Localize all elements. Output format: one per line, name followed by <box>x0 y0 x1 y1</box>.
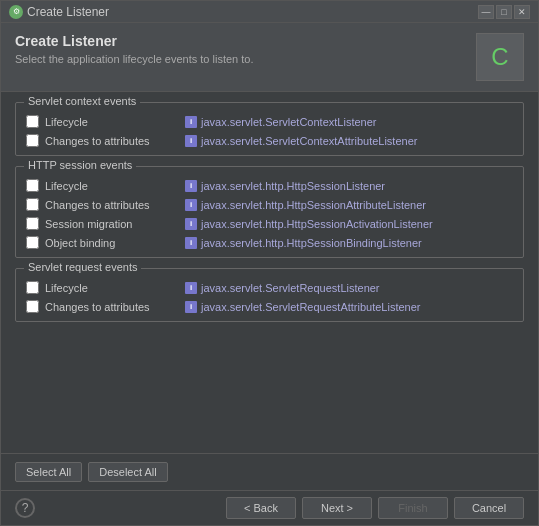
finish-button[interactable]: Finish <box>378 497 448 519</box>
footer-right: < Back Next > Finish Cancel <box>226 497 524 519</box>
main-window: ⚙ Create Listener — □ ✕ Create Listener … <box>0 0 539 526</box>
row-hs-lifecycle: Lifecycle i javax.servlet.http.HttpSessi… <box>26 179 513 192</box>
class-name-sr-attributes: javax.servlet.ServletRequestAttributeLis… <box>201 301 421 313</box>
label-hs-lifecycle: Lifecycle <box>45 180 175 192</box>
row-sc-lifecycle: Lifecycle i javax.servlet.ServletContext… <box>26 115 513 128</box>
label-hs-attributes: Changes to attributes <box>45 199 175 211</box>
info-icon-sr-lifecycle: i <box>185 282 197 294</box>
back-button[interactable]: < Back <box>226 497 296 519</box>
class-name-hs-binding: javax.servlet.http.HttpSessionBindingLis… <box>201 237 422 249</box>
select-all-button[interactable]: Select All <box>15 462 82 482</box>
label-sr-lifecycle: Lifecycle <box>45 282 175 294</box>
title-bar-controls: — □ ✕ <box>478 5 530 19</box>
minimize-button[interactable]: — <box>478 5 494 19</box>
cancel-button[interactable]: Cancel <box>454 497 524 519</box>
info-icon-hs-migration: i <box>185 218 197 230</box>
label-hs-migration: Session migration <box>45 218 175 230</box>
selection-bar: Select All Deselect All <box>1 453 538 490</box>
title-bar-left: ⚙ Create Listener <box>9 5 109 19</box>
info-icon-sr-attributes: i <box>185 301 197 313</box>
info-icon-hs-attributes: i <box>185 199 197 211</box>
window-title: Create Listener <box>27 5 109 19</box>
header-subtitle: Select the application lifecycle events … <box>15 53 253 65</box>
checkbox-sr-attributes[interactable] <box>26 300 39 313</box>
row-hs-migration: Session migration i javax.servlet.http.H… <box>26 217 513 230</box>
label-sc-attributes: Changes to attributes <box>45 135 175 147</box>
title-bar: ⚙ Create Listener — □ ✕ <box>1 1 538 23</box>
header-title: Create Listener <box>15 33 253 49</box>
info-icon-hs-binding: i <box>185 237 197 249</box>
class-name-sc-attributes: javax.servlet.ServletContextAttributeLis… <box>201 135 417 147</box>
logo-letter: C <box>491 43 508 71</box>
checkbox-hs-lifecycle[interactable] <box>26 179 39 192</box>
class-info-hs-binding: i javax.servlet.http.HttpSessionBindingL… <box>185 237 422 249</box>
label-sr-attributes: Changes to attributes <box>45 301 175 313</box>
checkbox-hs-migration[interactable] <box>26 217 39 230</box>
window-icon: ⚙ <box>9 5 23 19</box>
checkbox-hs-binding[interactable] <box>26 236 39 249</box>
header-text: Create Listener Select the application l… <box>15 33 253 65</box>
header-section: Create Listener Select the application l… <box>1 23 538 92</box>
class-info-sc-lifecycle: i javax.servlet.ServletContextListener <box>185 116 376 128</box>
group-servlet-context-label: Servlet context events <box>24 95 140 107</box>
info-icon-sc-attributes: i <box>185 135 197 147</box>
group-http-session-label: HTTP session events <box>24 159 136 171</box>
checkbox-sr-lifecycle[interactable] <box>26 281 39 294</box>
header-logo: C <box>476 33 524 81</box>
group-http-session: HTTP session events Lifecycle i javax.se… <box>15 166 524 258</box>
label-hs-binding: Object binding <box>45 237 175 249</box>
class-info-sc-attributes: i javax.servlet.ServletContextAttributeL… <box>185 135 417 147</box>
footer-bar: ? < Back Next > Finish Cancel <box>1 490 538 525</box>
class-name-hs-migration: javax.servlet.http.HttpSessionActivation… <box>201 218 433 230</box>
close-button[interactable]: ✕ <box>514 5 530 19</box>
group-servlet-request-label: Servlet request events <box>24 261 141 273</box>
info-icon-sc-lifecycle: i <box>185 116 197 128</box>
group-servlet-context: Servlet context events Lifecycle i javax… <box>15 102 524 156</box>
next-button[interactable]: Next > <box>302 497 372 519</box>
group-servlet-request: Servlet request events Lifecycle i javax… <box>15 268 524 322</box>
class-info-sr-attributes: i javax.servlet.ServletRequestAttributeL… <box>185 301 421 313</box>
row-hs-attributes: Changes to attributes i javax.servlet.ht… <box>26 198 513 211</box>
checkbox-sc-lifecycle[interactable] <box>26 115 39 128</box>
deselect-all-button[interactable]: Deselect All <box>88 462 167 482</box>
info-icon-hs-lifecycle: i <box>185 180 197 192</box>
row-sc-attributes: Changes to attributes i javax.servlet.Se… <box>26 134 513 147</box>
class-name-sc-lifecycle: javax.servlet.ServletContextListener <box>201 116 376 128</box>
row-sr-attributes: Changes to attributes i javax.servlet.Se… <box>26 300 513 313</box>
checkbox-hs-attributes[interactable] <box>26 198 39 211</box>
checkbox-sc-attributes[interactable] <box>26 134 39 147</box>
help-icon[interactable]: ? <box>15 498 35 518</box>
row-sr-lifecycle: Lifecycle i javax.servlet.ServletRequest… <box>26 281 513 294</box>
class-name-hs-lifecycle: javax.servlet.http.HttpSessionListener <box>201 180 385 192</box>
class-info-hs-attributes: i javax.servlet.http.HttpSessionAttribut… <box>185 199 426 211</box>
label-sc-lifecycle: Lifecycle <box>45 116 175 128</box>
class-info-hs-lifecycle: i javax.servlet.http.HttpSessionListener <box>185 180 385 192</box>
row-hs-binding: Object binding i javax.servlet.http.Http… <box>26 236 513 249</box>
class-info-hs-migration: i javax.servlet.http.HttpSessionActivati… <box>185 218 433 230</box>
class-name-sr-lifecycle: javax.servlet.ServletRequestListener <box>201 282 380 294</box>
class-name-hs-attributes: javax.servlet.http.HttpSessionAttributeL… <box>201 199 426 211</box>
footer-left: ? <box>15 498 35 518</box>
maximize-button[interactable]: □ <box>496 5 512 19</box>
class-info-sr-lifecycle: i javax.servlet.ServletRequestListener <box>185 282 380 294</box>
content-area: Servlet context events Lifecycle i javax… <box>1 92 538 453</box>
